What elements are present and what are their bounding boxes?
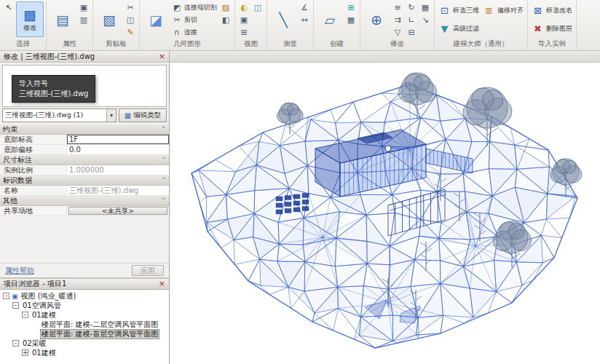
tool-match-type[interactable]: ✎ — [124, 26, 137, 38]
collapse-icon[interactable]: ^ — [161, 196, 169, 205]
tool-offset-align[interactable]: ≣偏移对齐 — [481, 1, 525, 19]
3d-view[interactable] — [170, 63, 600, 364]
tool-cope[interactable]: ◪ — [142, 1, 170, 37]
tool-advanced-filter[interactable]: ▼高级过滤 — [437, 20, 481, 37]
tool-align[interactable]: ≡ — [391, 1, 404, 13]
tool-aligned-dim[interactable]: ↔ — [298, 14, 311, 25]
panel-label-clipboard: 剪贴板 — [95, 39, 137, 49]
view-light-icon: ◐ — [239, 3, 249, 12]
cut-geometry-label: 剪切 — [184, 15, 197, 25]
tool-create-similar[interactable]: ⊞ — [344, 1, 358, 13]
tree-item[interactable]: -01空调风管 — [0, 301, 169, 310]
tree-item[interactable]: -02采暖 — [0, 339, 169, 348]
property-value[interactable]: 0.0 — [67, 145, 169, 154]
tool-create-assembly[interactable]: ▦ — [344, 14, 358, 25]
tree-item[interactable]: 楼层平面: 建模-首层空调风管平面图 — [0, 329, 169, 339]
property-label: 底部标高 — [0, 135, 67, 144]
property-label: 共享场地 — [0, 206, 67, 215]
tool-create-group[interactable]: ▱ — [316, 1, 344, 37]
tool-array[interactable]: ▦ — [419, 1, 432, 13]
tree-item[interactable]: 楼层平面: 建模-二层空调风管平面图 — [0, 320, 169, 329]
chevron-down-icon[interactable]: ▾ — [106, 109, 116, 122]
join-geometry-label: 连接 — [184, 28, 197, 37]
tool-view-section[interactable]: ⊞ — [237, 26, 250, 38]
other-props-icon: ▥ — [79, 15, 89, 25]
section-尺寸标注[interactable]: 尺寸标注^ — [0, 155, 169, 165]
collapse-icon[interactable]: - — [22, 312, 28, 318]
close-properties-button[interactable]: × — [159, 53, 165, 60]
context-bar: 修改 | 三维视图-(三维).dwg × — [0, 51, 600, 63]
section-label: 约束 — [3, 124, 17, 134]
tree-item-label: 02采暖 — [21, 339, 48, 349]
collapse-icon[interactable]: ^ — [161, 155, 169, 165]
property-value[interactable]: 1F — [67, 135, 169, 144]
box-select-rename-icon: ⊠ — [532, 5, 544, 16]
ribbon: ↖▩修改选择▤▣▥属性▧✂◫✎剪贴板◪◩连接端切割✂剪切∩连接▨◧几何图形◐▣⊞… — [0, 0, 600, 51]
section-其他[interactable]: 其他^ — [0, 196, 169, 206]
tree-item-label: 01建模 — [31, 310, 58, 320]
tool-paste[interactable]: ▧ — [95, 1, 123, 37]
join-end-cut-icon: ◩ — [172, 3, 182, 12]
collapse-icon[interactable]: - — [12, 302, 19, 309]
ribbon-panel-view: ◐▣⊞◫视图 — [235, 0, 267, 50]
tree-item[interactable]: -01建模 — [0, 310, 169, 320]
type-selector-row: 三维视图-(三维).dwg (1) ▾ ▦ 编辑类型 — [2, 108, 167, 122]
tool-family-types[interactable]: ▣ — [77, 1, 90, 13]
tool-other-props[interactable]: ▥ — [77, 14, 90, 25]
close-browser-button[interactable]: × — [159, 280, 165, 288]
tool-mirror[interactable]: ▽ — [391, 26, 404, 38]
tool-measure[interactable]: ╲ — [269, 1, 297, 37]
tool-select-cursor[interactable]: ↖ — [2, 1, 15, 13]
properties-help-link[interactable]: 属性帮助 — [5, 266, 34, 276]
edit-type-button[interactable]: ▦ 编辑类型 — [119, 108, 167, 122]
expand-icon[interactable]: + — [22, 349, 28, 356]
ribbon-panel-select: ↖▩修改选择 — [0, 0, 47, 50]
collapse-icon[interactable]: ^ — [161, 124, 169, 134]
properties-filler — [0, 216, 169, 263]
offset-align-icon: ≣ — [483, 5, 495, 16]
collapse-icon[interactable]: ^ — [161, 175, 169, 185]
tool-demolish[interactable]: ◧ — [219, 14, 232, 25]
modify-icon: ▩ — [23, 7, 36, 23]
tool-offset[interactable]: ⇉ — [391, 14, 404, 25]
tool-box-select-3d[interactable]: ⊡框选三维 — [437, 1, 481, 19]
tree-item[interactable]: +01建模 — [0, 348, 169, 357]
tree-item[interactable]: -▣视图 (鸿业_暖通) — [0, 291, 169, 301]
terrain-mesh[interactable] — [192, 84, 577, 348]
tool-view-hidden[interactable]: ▣ — [237, 14, 250, 25]
tool-view-frame[interactable]: ◫ — [251, 1, 264, 13]
collapse-icon[interactable]: - — [3, 293, 9, 299]
tool-modify[interactable]: ▩修改 — [16, 1, 44, 37]
align-icon: ≡ — [392, 3, 403, 12]
tool-trim[interactable]: ∟ — [405, 14, 418, 25]
tool-angle-dim[interactable]: ∡ — [298, 1, 311, 13]
apply-button[interactable]: 应用 — [132, 265, 164, 276]
tool-join-geometry[interactable]: ∩连接 — [170, 26, 218, 38]
tool-cut-geometry[interactable]: ✂剪切 — [170, 14, 218, 25]
tool-join-end-cut[interactable]: ◩连接端切割 — [170, 1, 218, 13]
tool-move[interactable]: ⊕ — [363, 1, 390, 37]
join-geometry-icon: ∩ — [172, 28, 182, 37]
main-area: 导入符号 三维视图-(三维).dwg 三维视图-(三维).dwg (1) ▾ ▦… — [0, 63, 600, 364]
view-hidden-icon: ▣ — [239, 15, 249, 25]
offset-icon: ⇉ — [392, 15, 403, 25]
tool-paint[interactable]: ▨ — [219, 1, 232, 13]
type-selector-dropdown[interactable]: 三维视图-(三维).dwg (1) ▾ — [2, 108, 117, 122]
tree-item-label: 01空调风管 — [21, 301, 63, 311]
tool-box-select-rename[interactable]: ⊠框选改名 — [530, 1, 574, 19]
tool-view-light[interactable]: ◐ — [237, 1, 250, 13]
section-标识数据[interactable]: 标识数据^ — [0, 175, 169, 186]
section-约束[interactable]: 约束^ — [0, 124, 169, 135]
tool-scale[interactable]: ↘ — [419, 14, 432, 25]
shared-site-button[interactable]: <未共享> — [68, 207, 167, 215]
collapse-icon[interactable]: - — [12, 340, 19, 347]
type-preview[interactable]: 导入符号 三维视图-(三维).dwg — [2, 65, 167, 107]
tool-copy-clip[interactable]: ◫ — [124, 14, 137, 25]
move-icon: ⊕ — [371, 12, 382, 28]
tool-delete-layer[interactable]: ✖删除图层 — [530, 20, 574, 37]
tool-split[interactable]: ⊟ — [405, 26, 418, 38]
delete-layer-icon: ✖ — [532, 23, 544, 34]
tool-properties[interactable]: ▤ — [49, 1, 76, 37]
tool-rotate[interactable]: ↻ — [405, 1, 418, 13]
tool-cut[interactable]: ✂ — [124, 1, 137, 13]
